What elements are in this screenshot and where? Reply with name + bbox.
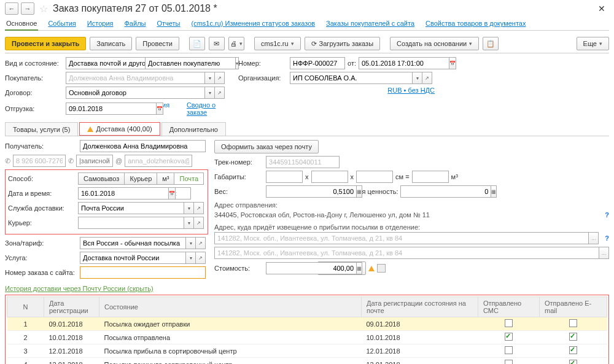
phone1-field[interactable] [13, 155, 66, 167]
dropdown-icon[interactable]: ▾ [413, 72, 422, 84]
method-courier[interactable]: Курьер [125, 172, 157, 185]
dim-l-field[interactable] [266, 171, 303, 183]
track-field[interactable] [266, 156, 340, 168]
notify-addr2-field[interactable] [214, 247, 599, 259]
history-toggle-link[interactable]: История доставки через Почту России (скр… [5, 285, 154, 292]
more-button[interactable]: Еще [577, 37, 609, 50]
weight-field[interactable] [266, 185, 357, 198]
tab-extra[interactable]: Дополнительно [161, 122, 226, 136]
buyer-field[interactable] [66, 72, 205, 84]
open-icon[interactable]: ↗ [194, 217, 204, 229]
tab-history[interactable]: История [86, 17, 115, 30]
service-field[interactable] [78, 202, 184, 214]
help-icon[interactable]: ? [605, 234, 609, 242]
tab-goods[interactable]: Товары, услуги (5) [5, 122, 78, 136]
calendar-icon[interactable]: 📅 [449, 57, 456, 69]
dim-h-field[interactable] [356, 171, 393, 183]
org-field[interactable] [290, 72, 413, 84]
dim-vol-field[interactable] [412, 171, 449, 183]
open-icon[interactable]: ↗ [215, 87, 225, 99]
shipment-date-field[interactable] [66, 103, 157, 115]
dropdown-icon[interactable]: ▾ [236, 57, 239, 69]
courier-field[interactable] [78, 217, 184, 229]
dropdown-icon[interactable]: ▾ [205, 72, 215, 84]
forward-button[interactable]: → [21, 2, 34, 15]
tab-events[interactable]: События [47, 17, 77, 30]
dropdown-icon[interactable]: ▾ [184, 202, 194, 214]
method-point[interactable]: м³ [157, 172, 174, 185]
open-icon[interactable]: ↗ [196, 237, 206, 249]
dropdown-icon[interactable]: ▾ [186, 252, 196, 264]
tab-files[interactable]: Файлы [123, 17, 147, 30]
col-email[interactable]: Отправлено E-mail [540, 297, 607, 317]
email-field[interactable] [125, 155, 192, 167]
open-icon[interactable]: ↗ [215, 72, 225, 84]
calc-icon[interactable]: ▦ [357, 185, 362, 198]
print-button[interactable]: 🖨 [228, 37, 244, 50]
calendar-icon[interactable]: 📅 [169, 187, 176, 199]
dropdown-icon[interactable]: ▾ [186, 237, 196, 249]
open-icon[interactable]: ↗ [196, 252, 206, 264]
col-postdate[interactable]: Дата регистрации состояния на почте [362, 297, 478, 317]
tab-delivery[interactable]: Доставка (400,00) [79, 122, 160, 136]
create-from-button[interactable]: Создать на основании [390, 37, 479, 50]
order-type-select[interactable] [66, 57, 157, 69]
contract-field[interactable] [66, 87, 205, 99]
close-icon[interactable]: ✕ [594, 2, 609, 15]
col-regdate[interactable]: Дата регистрации [44, 297, 99, 317]
table-row[interactable]: 1 09.01.2018 Посылка ожидает отправки 09… [7, 317, 607, 331]
help-icon[interactable]: ? [605, 211, 609, 219]
post-close-button[interactable]: Провести и закрыть [5, 37, 86, 50]
sms-checkbox[interactable] [505, 319, 513, 327]
back-button[interactable]: ← [5, 2, 18, 15]
tab-reports[interactable]: Отчеты [155, 17, 181, 30]
tab-main[interactable]: Основное [5, 17, 38, 31]
site-order-field[interactable] [80, 266, 206, 279]
delivery-date-field[interactable] [78, 187, 169, 199]
open-icon[interactable]: ↗ [422, 72, 432, 84]
summary-link[interactable]: Сводно о заказе [187, 101, 232, 116]
email-checkbox[interactable] [569, 333, 577, 341]
table-row[interactable]: 4 12.01.2018 Посылка покинула сортировоч… [7, 358, 607, 365]
post-button[interactable]: Провести [136, 37, 179, 50]
method-post[interactable]: Почта [174, 172, 204, 185]
number-field[interactable] [290, 57, 345, 69]
method-pickup[interactable]: Самовывоз [78, 172, 125, 185]
dim-w-field[interactable] [311, 171, 348, 183]
phone2-field[interactable] [76, 155, 113, 167]
sms-checkbox[interactable] [505, 333, 513, 341]
cost-field[interactable] [266, 262, 357, 274]
info-icon[interactable] [377, 264, 386, 273]
ellipsis-icon[interactable]: … [599, 247, 609, 259]
favorite-star-icon[interactable]: ☆ [37, 3, 50, 15]
recipient-field[interactable] [80, 140, 206, 152]
usluga-field[interactable] [80, 252, 186, 264]
table-row[interactable]: 3 12.01.2018 Посылка прибыла в сортирово… [7, 344, 607, 358]
tab-cms-status[interactable]: (cms1c.ru) Изменения статусов заказов [190, 17, 316, 30]
dropdown-icon[interactable]: ▾ [184, 217, 194, 229]
dropdown-icon[interactable]: ▾ [205, 87, 215, 99]
email-checkbox[interactable] [569, 319, 577, 327]
sms-checkbox[interactable] [505, 360, 513, 364]
post-order-button[interactable]: Оформить заказ через почту [214, 140, 319, 153]
email-checkbox[interactable] [569, 360, 577, 364]
cms-button[interactable]: cms1c.ru [254, 37, 301, 50]
mail-icon[interactable]: ✉ [209, 37, 225, 50]
doc-date-field[interactable] [359, 57, 449, 69]
zone-field[interactable] [80, 237, 186, 249]
order-state-select[interactable] [145, 57, 236, 69]
col-n[interactable]: N [7, 297, 44, 317]
table-row[interactable]: 2 10.01.2018 Посылка отправлена 10.01.20… [7, 331, 607, 344]
load-orders-button[interactable]: ⟳ Загрузить заказы [305, 37, 380, 50]
tab-item-props[interactable]: Свойства товаров в документах [424, 17, 527, 30]
open-icon[interactable]: ↗ [194, 202, 204, 214]
email-checkbox[interactable] [569, 346, 577, 354]
declared-field[interactable] [400, 185, 491, 198]
tab-site-orders[interactable]: Заказы покупателей с сайта [325, 17, 416, 30]
extra-icon[interactable]: 📋 [483, 37, 499, 50]
calendar-icon[interactable]: 📅 [157, 103, 163, 115]
calc-icon[interactable]: ▦ [357, 262, 362, 274]
sms-checkbox[interactable] [505, 346, 513, 354]
calc-icon[interactable]: ▦ [491, 185, 497, 198]
col-state[interactable]: Состояние [99, 297, 362, 317]
